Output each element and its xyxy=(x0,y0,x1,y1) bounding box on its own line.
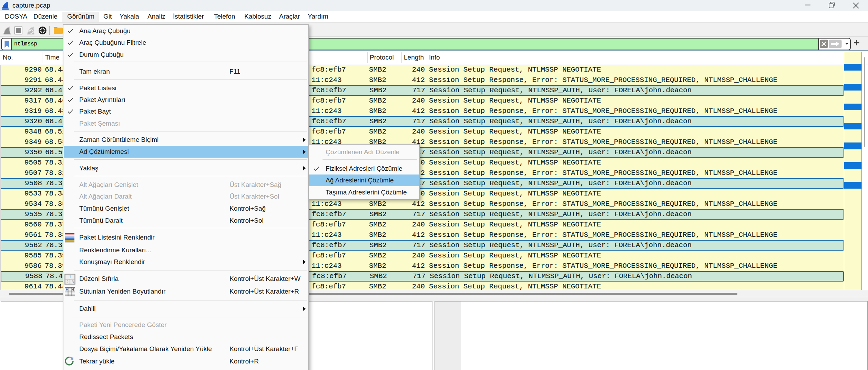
svg-text:2: 2 xyxy=(66,280,68,284)
svg-text:1: 1 xyxy=(69,275,71,279)
svg-text:3: 3 xyxy=(72,280,74,284)
